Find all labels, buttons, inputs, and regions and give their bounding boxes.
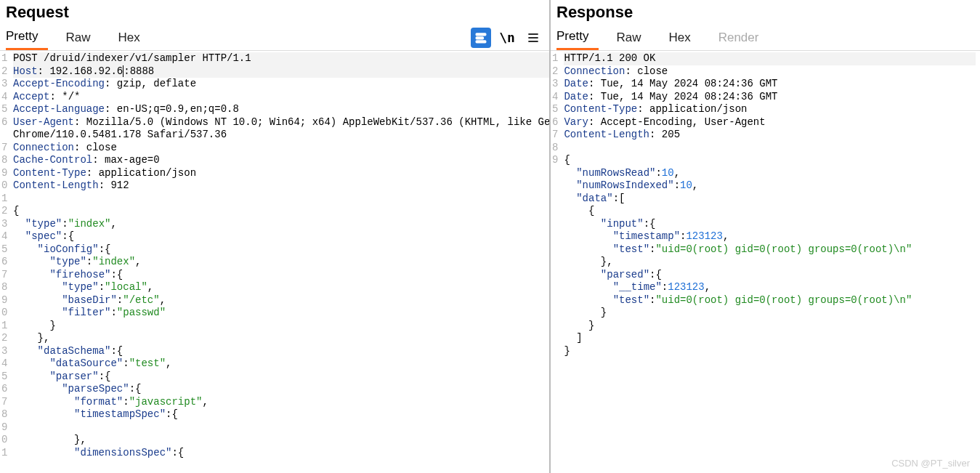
menu-icon[interactable] bbox=[523, 28, 543, 48]
response-viewer[interactable]: 123456789 HTTP/1.1 200 OKConnection: clo… bbox=[551, 51, 980, 473]
svg-rect-0 bbox=[476, 33, 485, 36]
svg-rect-1 bbox=[476, 37, 483, 39]
tab-hex[interactable]: Hex bbox=[118, 26, 150, 49]
tab-raw[interactable]: Raw bbox=[616, 26, 651, 49]
response-pane: Response Pretty Raw Hex Render 123456789… bbox=[551, 0, 980, 473]
request-tabbar: Pretty Raw Hex \n bbox=[0, 22, 549, 51]
request-code[interactable]: POST /druid/indexer/v1/sampler HTTP/1.1H… bbox=[10, 51, 549, 473]
request-editor[interactable]: 1234567890123456789012345678901 POST /dr… bbox=[0, 51, 549, 473]
wrap-icon[interactable]: \n bbox=[497, 28, 517, 48]
svg-rect-2 bbox=[476, 41, 485, 42]
response-title: Response bbox=[551, 0, 980, 22]
response-code: HTTP/1.1 200 OKConnection: closeDate: Tu… bbox=[561, 51, 980, 473]
request-title: Request bbox=[0, 0, 549, 22]
tab-render[interactable]: Render bbox=[718, 26, 769, 49]
request-pane: Request Pretty Raw Hex \n 12345678901234… bbox=[0, 0, 551, 473]
actions-icon[interactable] bbox=[471, 28, 491, 48]
watermark-text: CSDN @PT_silver bbox=[891, 458, 970, 469]
tab-raw[interactable]: Raw bbox=[65, 26, 100, 49]
response-gutter: 123456789 bbox=[551, 51, 561, 473]
request-gutter: 1234567890123456789012345678901 bbox=[0, 51, 10, 473]
response-tabbar: Pretty Raw Hex Render bbox=[551, 22, 980, 51]
tab-hex[interactable]: Hex bbox=[668, 26, 700, 49]
tab-pretty[interactable]: Pretty bbox=[556, 25, 599, 50]
tab-pretty[interactable]: Pretty bbox=[6, 25, 48, 50]
